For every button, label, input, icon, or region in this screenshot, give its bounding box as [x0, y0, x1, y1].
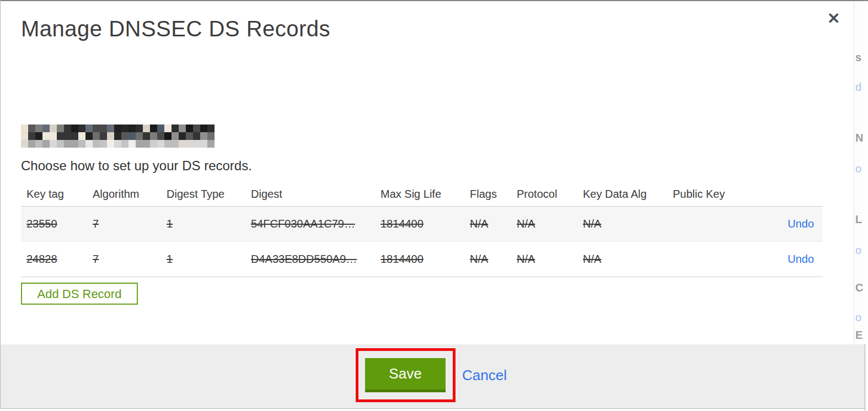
- mosaic-pixel: [179, 140, 186, 148]
- mosaic-pixel: [128, 140, 136, 148]
- mosaic-pixel: [150, 125, 157, 132]
- mosaic-pixel: [143, 125, 150, 132]
- mosaic-pixel: [35, 125, 42, 132]
- mosaic-pixel: [179, 125, 186, 132]
- mosaic-pixel: [100, 125, 107, 132]
- mosaic-pixel: [107, 140, 114, 148]
- background-link-fragment: d: [855, 82, 861, 93]
- mosaic-pixel: [21, 125, 28, 132]
- cell-key-tag: 24828: [21, 253, 87, 266]
- mosaic-pixel: [207, 132, 215, 140]
- close-icon[interactable]: ✕: [827, 11, 840, 26]
- mosaic-pixel: [136, 125, 143, 132]
- mosaic-pixel: [150, 132, 157, 140]
- mosaic-pixel: [200, 140, 207, 148]
- background-text-fragment: L: [855, 214, 862, 225]
- mosaic-pixel: [121, 125, 128, 132]
- window-border-bottom: [0, 408, 865, 409]
- mosaic-pixel: [157, 132, 164, 140]
- mosaic-pixel: [71, 140, 78, 148]
- cell-digest: D4A33E8DD550A9…: [245, 253, 375, 266]
- mosaic-pixel: [64, 132, 71, 140]
- mosaic-pixel: [186, 132, 193, 140]
- background-link-fragment: o: [855, 245, 861, 256]
- mosaic-pixel: [42, 132, 50, 140]
- mosaic-pixel: [100, 132, 107, 140]
- cell-algorithm: 7: [87, 253, 161, 266]
- mosaic-pixel: [50, 140, 57, 148]
- cell-protocol: N/A: [511, 253, 577, 266]
- mosaic-pixel: [78, 140, 85, 148]
- background-page-strip: s d N o L o C o E: [854, 1, 865, 344]
- column-header-protocol: Protocol: [511, 188, 577, 201]
- background-text-fragment: E: [855, 329, 862, 340]
- cell-flags: N/A: [464, 253, 511, 266]
- mosaic-pixel: [200, 132, 207, 140]
- undo-link[interactable]: Undo: [787, 218, 814, 230]
- mosaic-pixel: [64, 140, 71, 148]
- column-header-key-tag: Key tag: [21, 188, 87, 201]
- manage-dnssec-modal: { "modal": { "title": "Manage DNSSEC DS …: [0, 0, 868, 411]
- cell-algorithm: 7: [87, 218, 161, 230]
- cell-digest-type: 1: [161, 253, 245, 266]
- cell-max-sig-life: 1814400: [375, 253, 464, 266]
- background-link-fragment: o: [855, 163, 861, 174]
- cell-digest-type: 1: [161, 218, 245, 230]
- add-ds-record-button[interactable]: Add DS Record: [21, 283, 138, 305]
- cell-max-sig-life: 1814400: [375, 218, 464, 230]
- undo-link[interactable]: Undo: [787, 253, 814, 265]
- column-header-digest-type: Digest Type: [161, 188, 245, 201]
- table-row: 23550 7 1 54FCF030AA1C79… 1814400 N/A N/…: [21, 207, 823, 241]
- mosaic-pixel: [207, 125, 215, 132]
- column-header-key-data-alg: Key Data Alg: [577, 188, 667, 201]
- cell-key-tag: 23550: [21, 218, 87, 230]
- mosaic-pixel: [143, 132, 150, 140]
- mosaic-pixel: [143, 140, 150, 148]
- mosaic-pixel: [71, 125, 78, 132]
- mosaic-pixel: [186, 140, 193, 148]
- mosaic-pixel: [114, 125, 121, 132]
- mosaic-pixel: [157, 140, 164, 148]
- column-header-max-sig-life: Max Sig Life: [375, 188, 464, 201]
- mosaic-pixel: [136, 132, 143, 140]
- mosaic-pixel: [93, 140, 100, 148]
- mosaic-pixel: [200, 125, 207, 132]
- table-body: 23550 7 1 54FCF030AA1C79… 1814400 N/A N/…: [21, 206, 823, 277]
- mosaic-pixel: [64, 125, 71, 132]
- background-text-fragment: s: [855, 52, 861, 63]
- mosaic-pixel: [164, 140, 172, 148]
- mosaic-pixel: [42, 125, 50, 132]
- cell-digest: 54FCF030AA1C79…: [245, 218, 375, 230]
- cancel-link[interactable]: Cancel: [462, 367, 507, 384]
- mosaic-pixel: [85, 132, 93, 140]
- mosaic-pixel: [128, 132, 136, 140]
- mosaic-pixel: [193, 140, 200, 148]
- subtitle: Choose how to set up your DS records.: [21, 158, 252, 174]
- mosaic-pixel: [57, 125, 64, 132]
- mosaic-pixel: [50, 132, 57, 140]
- ds-records-table: Key tag Algorithm Digest Type Digest Max…: [21, 182, 823, 277]
- dialog-title: Manage DNSSEC DS Records: [21, 17, 330, 41]
- background-text-fragment: C: [855, 282, 863, 293]
- save-button[interactable]: Save: [365, 358, 446, 392]
- mosaic-pixel: [193, 125, 200, 132]
- mosaic-pixel: [186, 125, 193, 132]
- cell-key-data-alg: N/A: [577, 218, 667, 230]
- mosaic-pixel: [172, 132, 179, 140]
- column-header-digest: Digest: [245, 188, 375, 201]
- mosaic-pixel: [164, 125, 172, 132]
- mosaic-pixel: [128, 125, 136, 132]
- mosaic-pixel: [28, 140, 35, 148]
- mosaic-pixel: [78, 132, 85, 140]
- mosaic-pixel: [28, 132, 35, 140]
- table-header-row: Key tag Algorithm Digest Type Digest Max…: [21, 182, 823, 206]
- mosaic-pixel: [172, 125, 179, 132]
- mosaic-pixel: [93, 132, 100, 140]
- mosaic-pixel: [85, 140, 93, 148]
- mosaic-pixel: [93, 125, 100, 132]
- mosaic-pixel: [71, 132, 78, 140]
- mosaic-pixel: [179, 132, 186, 140]
- mosaic-pixel: [150, 140, 157, 148]
- mosaic-pixel: [35, 140, 42, 148]
- mosaic-pixel: [57, 132, 64, 140]
